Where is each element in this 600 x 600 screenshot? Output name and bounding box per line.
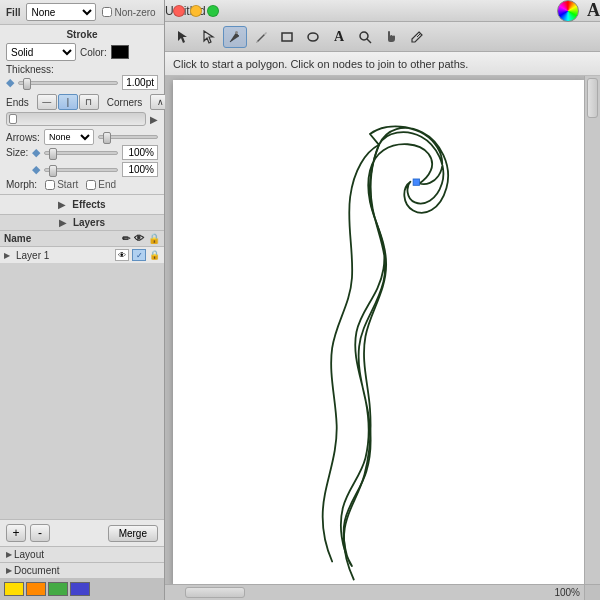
ends-btn-1[interactable]: — (37, 94, 57, 110)
svg-line-7 (417, 34, 420, 37)
scrollbar-corner (584, 584, 600, 600)
morph-end-checkbox[interactable] (86, 180, 96, 190)
color-swatch[interactable] (111, 45, 129, 59)
document-label: Document (14, 565, 60, 576)
nonzero-checkbox[interactable] (102, 7, 112, 17)
dash-arrow-right: ▶ (150, 114, 158, 125)
document-arrow: ▶ (6, 566, 12, 575)
svg-point-5 (360, 32, 368, 40)
size-row-2: Size: ◆ 100% (6, 162, 158, 177)
ends-btn-3[interactable]: ⊓ (79, 94, 99, 110)
layers-section: ▶ Layers Name ✏ 👁 🔒 ▶ Layer 1 👁 ✓ 🔒 (0, 215, 164, 519)
horizontal-scroll-thumb[interactable] (185, 587, 245, 598)
effects-expand[interactable]: ▶ (58, 199, 66, 210)
stroke-mode-select[interactable]: Solid None Dashed (6, 43, 76, 61)
fill-label: Fill (6, 7, 20, 18)
layer-check[interactable]: ✓ (132, 249, 146, 261)
morph-label: Morph: (6, 179, 37, 190)
vertical-scroll-thumb[interactable] (587, 78, 598, 118)
color-wheel-icon[interactable] (557, 0, 579, 22)
svg-point-4 (308, 33, 318, 41)
layers-col-icons: ✏ 👁 🔒 (122, 233, 160, 244)
morph-start-checkbox[interactable] (45, 180, 55, 190)
main-area: Untitled A (165, 0, 600, 600)
svg-marker-1 (204, 31, 213, 43)
merge-button[interactable]: Merge (108, 525, 158, 542)
arrows-start-select[interactable]: None Arrow (44, 129, 94, 145)
fill-section: Fill None Solid Linear Non-zero (0, 0, 164, 25)
pointer-tool[interactable] (171, 26, 195, 48)
pencil-col-icon: ✏ (122, 233, 130, 244)
remove-layer-button[interactable]: - (30, 524, 50, 542)
ends-label: Ends (6, 97, 29, 108)
rect-tool[interactable] (275, 26, 299, 48)
fill-mode-select[interactable]: None Solid Linear (26, 3, 96, 21)
size-value-1: 100% (122, 145, 158, 160)
arrows-row: Arrows: None Arrow (6, 129, 158, 145)
add-remove-row: + - Merge (0, 520, 164, 546)
morph-start-label[interactable]: Start (45, 179, 78, 190)
vertical-scrollbar[interactable] (584, 76, 600, 584)
layer-visibility[interactable]: 👁 (115, 249, 129, 261)
thickness-row: Thickness: (6, 64, 158, 75)
layer-lock[interactable]: 🔒 (149, 250, 160, 260)
color-swatch-2[interactable] (26, 582, 46, 596)
layers-expand[interactable]: ▶ (59, 217, 67, 228)
dashes-slider[interactable] (6, 112, 146, 126)
pencil-tool[interactable] (249, 26, 273, 48)
color-swatch-4[interactable] (70, 582, 90, 596)
arrows-label: Arrows: (6, 132, 40, 143)
layer-1-row[interactable]: ▶ Layer 1 👁 ✓ 🔒 (0, 247, 164, 263)
thickness-value: 1.00pt (122, 75, 158, 90)
arrows-slider[interactable] (98, 135, 158, 139)
morph-row: Morph: Start End (6, 179, 158, 190)
effects-label: Effects (72, 199, 105, 210)
layout-row: ▶ Layout (0, 546, 164, 562)
font-panel-icon[interactable]: A (587, 0, 600, 21)
layout-label: Layout (14, 549, 44, 560)
eye-col-icon: 👁 (134, 233, 144, 244)
size-slider-2[interactable] (44, 168, 118, 172)
nonzero-label[interactable]: Non-zero (102, 7, 155, 18)
layer-arrow: ▶ (4, 251, 10, 260)
maximize-button[interactable] (207, 5, 219, 17)
color-strip (0, 578, 164, 600)
text-tool[interactable]: A (327, 26, 351, 48)
thickness-slider[interactable] (18, 81, 118, 85)
size-value-2: 100% (122, 162, 158, 177)
layers-name-col: Name (4, 233, 31, 244)
eyedropper-tool[interactable] (405, 26, 429, 48)
lock-col-icon: 🔒 (148, 233, 160, 244)
horizontal-scrollbar[interactable] (165, 584, 584, 600)
stroke-section: Stroke Solid None Dashed Color: Thicknes… (0, 25, 164, 195)
color-swatch-1[interactable] (4, 582, 24, 596)
thickness-slider-row: ◆ 1.00pt (6, 75, 158, 90)
layout-arrow: ▶ (6, 550, 12, 559)
add-layer-button[interactable]: + (6, 524, 26, 542)
hand-tool[interactable] (379, 26, 403, 48)
layers-header-row: ▶ Layers (0, 215, 164, 231)
traffic-lights (173, 5, 219, 17)
subselect-tool[interactable] (197, 26, 221, 48)
close-button[interactable] (173, 5, 185, 17)
morph-end-label[interactable]: End (86, 179, 116, 190)
svg-rect-3 (282, 33, 292, 41)
color-label: Color: (80, 47, 107, 58)
status-bar: Click to start a polygon. Click on nodes… (165, 52, 600, 76)
drawing-canvas[interactable] (173, 80, 584, 584)
size-label: Size: (6, 147, 28, 158)
title-bar: Untitled A (165, 0, 600, 22)
size-slider-1[interactable] (44, 151, 118, 155)
minimize-button[interactable] (190, 5, 202, 17)
panel-bottom: + - Merge ▶ Layout ▶ Document (0, 519, 164, 600)
ellipse-tool[interactable] (301, 26, 325, 48)
pen-tool[interactable] (223, 26, 247, 48)
color-swatch-3[interactable] (48, 582, 68, 596)
canvas-area[interactable]: 100% (165, 76, 600, 600)
zoom-tool[interactable] (353, 26, 377, 48)
status-text: Click to start a polygon. Click on nodes… (173, 58, 468, 70)
effects-row: ▶ Effects (6, 197, 158, 212)
toolbar: A (165, 22, 600, 52)
ends-corners-row: Ends — | ⊓ Corners ∧ ◯ □ Dashes (6, 94, 158, 110)
ends-btn-2[interactable]: | (58, 94, 78, 110)
